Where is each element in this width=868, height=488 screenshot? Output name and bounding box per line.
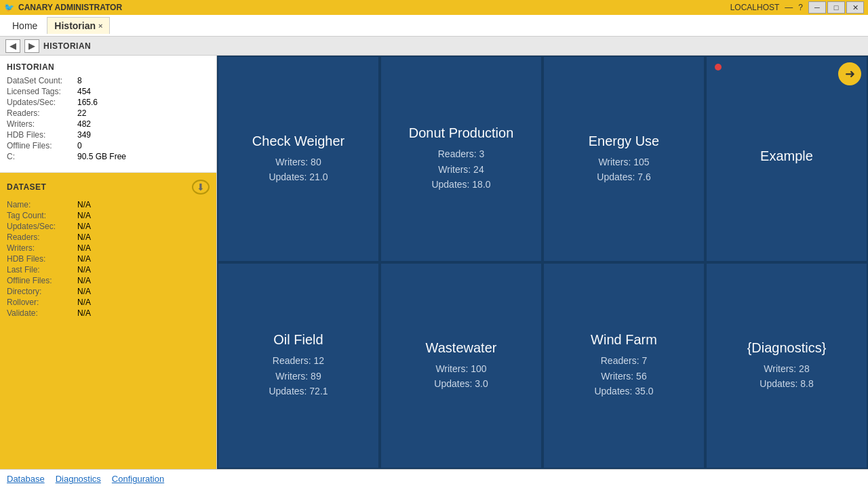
dataset-field-label: HDB Files:: [7, 254, 75, 264]
card-title: {Diagnostics}: [747, 340, 827, 356]
dataset-field-value: N/A: [77, 265, 91, 274]
dataset-card[interactable]: Wind FarmReaders: 7Writers: 56Updates: 3…: [542, 262, 705, 469]
dataset-field-label: Readers:: [7, 232, 75, 242]
titlebar-right: LOCALHOST — ? ─ □ ✕: [730, 1, 864, 14]
dataset-card[interactable]: {Diagnostics}Writers: 28Updates: 8.8: [705, 262, 868, 469]
tab-historian[interactable]: Historian ×: [47, 17, 110, 34]
window-controls: ─ □ ✕: [808, 1, 864, 14]
historian-field-value: 0: [77, 141, 82, 150]
dataset-field-value: N/A: [77, 243, 91, 253]
card-stats: Writers: 80Updates: 21.0: [269, 155, 328, 185]
historian-field-label: Updates/Sec:: [7, 98, 75, 107]
dataset-field-label: Directory:: [7, 287, 75, 296]
dataset-card[interactable]: Oil FieldReaders: 12Writers: 89Updates: …: [217, 262, 380, 469]
menu-home[interactable]: Home: [5, 18, 44, 34]
tab-close-button[interactable]: ×: [98, 22, 102, 30]
dataset-field-value: N/A: [77, 222, 91, 231]
dataset-field-value: N/A: [77, 287, 91, 296]
historian-field-value: 349: [77, 130, 91, 140]
historian-field-row: DataSet Count:8: [7, 76, 210, 85]
dataset-field-label: Writers:: [7, 243, 75, 253]
dataset-field-row: Directory:N/A: [7, 287, 210, 296]
titlebar: 🐦 CANARY ADMINISTRATOR LOCALHOST — ? ─ □…: [0, 0, 868, 15]
dataset-field-value: N/A: [77, 308, 91, 318]
dataset-field-label: Name:: [7, 200, 75, 209]
dataset-field-row: Writers:N/A: [7, 243, 210, 253]
dataset-card[interactable]: Energy UseWriters: 105Updates: 7.6: [542, 56, 705, 262]
card-title: Energy Use: [589, 134, 660, 149]
historian-field-value: 8: [77, 76, 82, 85]
dataset-field-row: Last File:N/A: [7, 265, 210, 274]
historian-field-value: 22: [77, 108, 86, 118]
dataset-field-label: Validate:: [7, 308, 75, 318]
dataset-field-value: N/A: [77, 200, 91, 209]
card-stats: Readers: 3Writers: 24Updates: 18.0: [431, 146, 490, 192]
back-button[interactable]: ◀: [5, 39, 20, 53]
dataset-card[interactable]: Check WeigherWriters: 80Updates: 21.0: [217, 56, 380, 262]
card-grid: Check WeigherWriters: 80Updates: 21.0Don…: [217, 56, 868, 469]
card-title: Check Weigher: [252, 134, 344, 149]
card-title: Wastewater: [426, 340, 497, 356]
historian-field-row: Updates/Sec:165.6: [7, 98, 210, 107]
dataset-field-row: Updates/Sec:N/A: [7, 222, 210, 231]
historian-field-row: C:90.5 GB Free: [7, 152, 210, 161]
dataset-section-title: DATASET: [7, 182, 46, 192]
separator: —: [785, 3, 793, 12]
dataset-field-value: N/A: [77, 254, 91, 264]
minimize-button[interactable]: ─: [808, 1, 826, 14]
forward-button[interactable]: ▶: [24, 39, 39, 53]
dataset-download-button[interactable]: ⬇: [192, 180, 210, 195]
historian-field-label: Writers:: [7, 119, 75, 129]
menubar: Home Historian ×: [0, 15, 868, 37]
historian-info-section: HISTORIAN DataSet Count:8Licensed Tags:4…: [0, 56, 216, 173]
historian-field-row: Licensed Tags:454: [7, 87, 210, 96]
historian-field-label: Licensed Tags:: [7, 87, 75, 96]
dataset-header: DATASET ⬇: [7, 180, 210, 195]
dataset-card[interactable]: WastewaterWriters: 100Updates: 3.0: [380, 262, 542, 469]
card-title: Oil Field: [273, 332, 323, 348]
historian-field-value: 454: [77, 87, 91, 96]
card-stats: Writers: 28Updates: 8.8: [760, 361, 813, 392]
card-stats: Writers: 105Updates: 7.6: [597, 155, 650, 185]
historian-field-row: Writers:482: [7, 119, 210, 129]
dataset-field-label: Updates/Sec:: [7, 222, 75, 231]
historian-field-value: 165.6: [77, 98, 98, 107]
dataset-field-row: HDB Files:N/A: [7, 254, 210, 264]
dataset-field-label: Rollover:: [7, 298, 75, 307]
bottom-bar: Database Diagnostics Configuration: [0, 469, 868, 488]
app-icon: 🐦: [4, 3, 14, 12]
close-button[interactable]: ✕: [846, 1, 864, 14]
bottom-configuration[interactable]: Configuration: [112, 474, 164, 484]
app-name: CANARY ADMINISTRATOR: [18, 3, 122, 12]
breadcrumb-bar: ◀ ▶ HISTORIAN: [0, 37, 868, 56]
historian-field-value: 482: [77, 119, 91, 129]
dataset-field-row: Tag Count:N/A: [7, 211, 210, 220]
dataset-field-row: Offline Files:N/A: [7, 276, 210, 285]
sidebar: HISTORIAN DataSet Count:8Licensed Tags:4…: [0, 56, 217, 469]
bottom-database[interactable]: Database: [7, 474, 45, 484]
card-title: Wind Farm: [591, 332, 657, 348]
historian-field-label: Offline Files:: [7, 141, 75, 150]
dataset-section: DATASET ⬇ Name:N/ATag Count:N/AUpdates/S…: [0, 173, 216, 469]
dataset-field-value: N/A: [77, 232, 91, 242]
dataset-card[interactable]: Donut ProductionReaders: 3Writers: 24Upd…: [380, 56, 542, 262]
card-stats: Readers: 7Writers: 56Updates: 35.0: [594, 353, 653, 399]
dataset-field-value: N/A: [77, 276, 91, 285]
card-arrow-button[interactable]: ➜: [838, 62, 861, 85]
card-stats: Writers: 100Updates: 3.0: [434, 361, 488, 392]
dataset-card[interactable]: ➜Example: [705, 56, 868, 262]
dataset-field-row: Rollover:N/A: [7, 298, 210, 307]
dataset-field-row: Readers:N/A: [7, 232, 210, 242]
dataset-field-label: Offline Files:: [7, 276, 75, 285]
historian-fields: DataSet Count:8Licensed Tags:454Updates/…: [7, 76, 210, 161]
bottom-diagnostics[interactable]: Diagnostics: [56, 474, 101, 484]
help-icon[interactable]: ?: [798, 3, 803, 12]
dataset-field-label: Tag Count:: [7, 211, 75, 220]
dataset-field-value: N/A: [77, 211, 91, 220]
historian-field-row: Offline Files:0: [7, 141, 210, 150]
dataset-field-row: Validate:N/A: [7, 308, 210, 318]
historian-field-label: DataSet Count:: [7, 76, 75, 85]
main-layout: HISTORIAN DataSet Count:8Licensed Tags:4…: [0, 56, 868, 469]
maximize-button[interactable]: □: [827, 1, 845, 14]
historian-field-row: HDB Files:349: [7, 130, 210, 140]
